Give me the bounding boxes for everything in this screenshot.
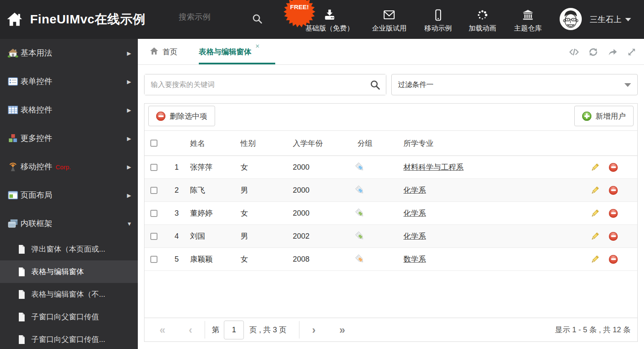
major-link[interactable]: 数学系 [403,255,426,263]
delete-selected-button[interactable]: 删除选中项 [148,106,215,126]
sidebar-item-inline-frame[interactable]: 内联框架 [0,209,138,238]
major-link[interactable]: 化学系 [403,186,426,194]
frames-icon [8,218,18,229]
edit-icon[interactable] [591,186,599,195]
search-icon[interactable] [370,79,380,90]
delete-row-icon[interactable] [609,209,618,218]
sidebar-subitem-popup-window[interactable]: 弹出窗体（本页面或... [0,238,138,260]
row-index: 1 [164,163,179,172]
bank-icon [521,8,535,21]
nav-label: 企业版试用 [372,24,407,33]
top-search[interactable] [179,13,248,22]
column-header-group[interactable]: 分组 [357,138,403,148]
top-search-icon[interactable] [251,13,263,25]
last-page-button[interactable] [340,325,345,335]
edit-icon[interactable] [591,255,599,264]
row-index: 3 [164,209,179,218]
record-summary: 显示 1 - 5 条 , 共 12 条 [555,325,631,335]
select-all-checkbox[interactable] [150,140,157,147]
code-icon[interactable] [569,47,579,57]
chevron-right-icon [127,135,131,142]
delete-row-icon[interactable] [609,186,618,195]
nav-theme-repository[interactable]: 主题仓库 [514,8,542,33]
data-grid: 姓名 性别 入学年份 分组 所学专业 1 张萍萍 女 2000 材料科学与工程系 [145,130,637,318]
sidebar-item-basic-usage[interactable]: 基本用法 [0,39,138,67]
delete-row-icon[interactable] [609,255,618,264]
row-gender: 女 [241,254,293,264]
home-icon [150,46,159,58]
row-name: 刘国 [179,231,241,241]
sidebar-subitem-label: 弹出窗体（本页面或... [31,244,105,254]
edit-icon[interactable] [591,232,599,241]
nav-label: 基础版（免费） [305,24,354,33]
row-checkbox[interactable] [150,210,157,217]
row-year: 2000 [293,163,357,172]
sidebar-subitem-child-to-parent[interactable]: 子窗口向父窗口传值 [0,306,138,328]
file-icon [18,267,26,277]
sidebar-item-page-layout[interactable]: 页面布局 [0,181,138,209]
major-link[interactable]: 材料科学与工程系 [403,163,464,171]
row-index: 2 [164,186,179,195]
row-checkbox[interactable] [150,187,157,194]
table-row: 1 张萍萍 女 2000 材料科学与工程系 [145,156,637,179]
brand-home-icon[interactable] [6,10,23,28]
spinner-icon [476,8,489,21]
sidebar-item-mobile-controls[interactable]: 移动控件 Corp. [0,153,138,181]
user-menu[interactable]: 三生石上 [590,14,631,25]
delete-selected-label: 删除选中项 [170,111,207,121]
file-icon [18,312,26,322]
sidebar-item-grid-controls[interactable]: 表格控件 [0,96,138,124]
first-page-button[interactable] [160,325,165,335]
top-search-input[interactable] [179,13,248,22]
next-page-button[interactable] [312,325,315,335]
user-name-label: 三生石上 [590,14,621,25]
keyword-search-input[interactable] [145,74,386,95]
column-header-gender[interactable]: 性别 [241,138,293,148]
column-header-name[interactable]: 姓名 [179,138,241,148]
sidebar-subitem-grid-edit-window[interactable]: 表格与编辑窗体 [0,260,138,283]
previous-page-button[interactable] [189,325,192,335]
major-link[interactable]: 化学系 [403,209,426,217]
chevron-right-icon [127,192,131,199]
tab-active[interactable]: 表格与编辑窗体 [199,39,251,65]
sidebar-item-label: 基本用法 [20,48,52,59]
delete-row-icon[interactable] [609,163,618,172]
mobile-icon [432,8,444,21]
sidebar: 基本用法 表单控件 表格控件 更多控件 移动控件 Corp. 页面布局 [0,39,138,349]
share-icon[interactable] [607,47,618,57]
page-suffix-label: 页 , 共 3 页 [249,325,287,335]
expand-icon[interactable] [626,47,637,57]
edit-icon[interactable] [591,163,599,172]
add-user-button[interactable]: 新增用户 [574,106,634,126]
tab-home-label: 首页 [162,47,177,57]
refresh-icon[interactable] [588,47,598,57]
nav-enterprise-trial[interactable]: 企业版试用 [372,8,407,33]
nav-loading-animation[interactable]: 加载动画 [469,8,496,33]
row-checkbox[interactable] [150,164,157,171]
major-link[interactable]: 化学系 [403,232,426,240]
sidebar-item-form-controls[interactable]: 表单控件 [0,67,138,96]
form-icon [8,76,18,87]
user-avatar[interactable] [560,8,582,30]
nav-basic-edition[interactable]: 基础版（免费） [305,8,354,33]
tab-close-icon[interactable] [255,43,260,49]
row-checkbox[interactable] [150,256,157,263]
page-number-input[interactable] [224,321,244,339]
row-checkbox[interactable] [150,233,157,240]
sidebar-item-more-controls[interactable]: 更多控件 [0,124,138,153]
filter-dropdown[interactable]: 过滤条件一 [391,74,638,95]
sidebar-subitem-grid-edit-window-2[interactable]: 表格与编辑窗体（不... [0,283,138,306]
sidebar-subitem-child-to-parent-2[interactable]: 子窗口向父窗口传值... [0,328,138,349]
sidebar-subitem-label: 表格与编辑窗体（不... [31,289,105,299]
nav-mobile-demo[interactable]: 移动示例 [424,8,452,33]
delete-row-icon[interactable] [609,232,618,241]
row-index: 4 [164,232,179,241]
table-row: 5 康颖颖 女 2008 数学系 [145,248,637,271]
chevron-down-icon [624,83,631,87]
edit-icon[interactable] [591,209,599,218]
chevron-down-icon [127,221,132,227]
column-header-major[interactable]: 所学专业 [403,138,591,148]
sidebar-item-label: 移动控件 [20,161,52,172]
column-header-year[interactable]: 入学年份 [293,138,357,148]
tab-home[interactable]: 首页 [150,39,177,65]
